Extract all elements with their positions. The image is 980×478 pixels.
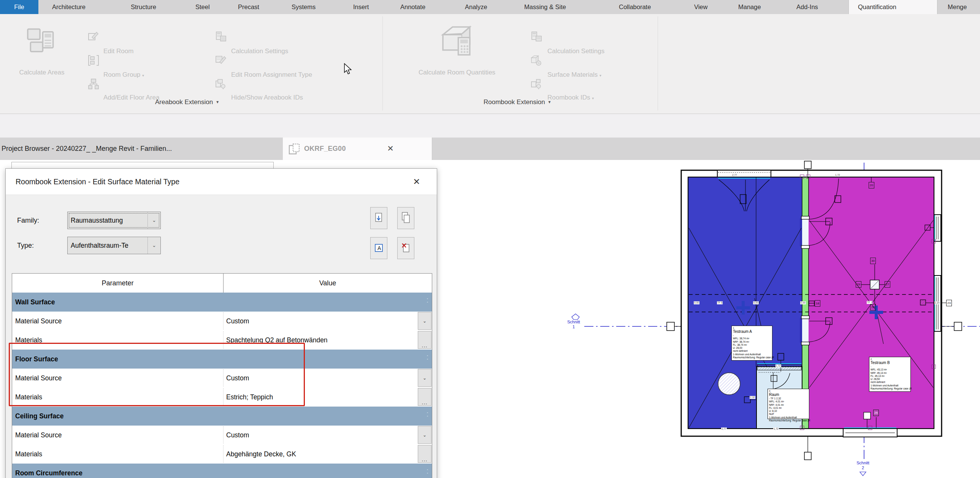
family-chevron-down-icon[interactable]: ⌄ <box>148 212 161 229</box>
dim-label: 0,00 <box>800 301 806 304</box>
roombook-ids-button[interactable]: Roombook IDs ▾ <box>547 94 594 102</box>
tab-menge[interactable]: Menge <box>948 0 967 14</box>
edit-room-assignment-type-button[interactable]: Edit Room Assignment Type <box>231 71 312 79</box>
rename-type-button[interactable]: A <box>370 237 387 259</box>
dim-label: TF 5 <box>717 301 723 304</box>
collapse-icon[interactable]: ˆˆ <box>427 412 428 419</box>
copy-type-button[interactable] <box>397 207 414 229</box>
roombook-panel-label[interactable]: Roombook Extension▼ <box>484 98 552 106</box>
tag-28[interactable]: 28 <box>870 304 876 310</box>
tag-30[interactable]: 30 <box>870 257 876 264</box>
section-label: Ceiling Surface <box>15 407 64 426</box>
tag-18[interactable]: 18 <box>815 300 820 306</box>
rename-icon: A <box>371 238 387 259</box>
tab-analyze[interactable]: Analyze <box>465 0 487 14</box>
tab-systems[interactable]: Systems <box>291 0 315 14</box>
room-group-button[interactable]: Room Group ▾ <box>103 71 144 79</box>
family-label: Family: <box>17 217 39 225</box>
duplicate-type-button[interactable] <box>370 207 387 229</box>
section-label: Wall Surface <box>15 292 55 311</box>
areabook-calculation-settings-button[interactable]: Calculation Settings <box>231 48 288 55</box>
mouse-cursor <box>343 63 353 75</box>
room-label-testraum-b[interactable]: 2Testraum B-WFL: 45,13 m²NRF: 45,13 m²FL… <box>869 357 911 392</box>
areabook-panel-label[interactable]: Areabook Extension▼ <box>155 98 220 106</box>
roombook-calculation-settings-button[interactable]: Calculation Settings <box>547 48 605 55</box>
view-tab-okrf-eg00[interactable]: OKRF_EG00 ✕ <box>283 138 432 160</box>
tag-20[interactable]: 20 <box>869 182 874 189</box>
collapse-icon[interactable]: ˆˆ <box>427 355 428 362</box>
tab-add-ins[interactable]: Add-Ins <box>796 0 818 14</box>
tab-insert[interactable]: Insert <box>353 0 369 14</box>
collapse-icon[interactable]: ˆˆ <box>427 298 428 305</box>
tab-quantification[interactable]: Quantification <box>858 0 896 14</box>
section-row-ceiling-surface[interactable]: Ceiling Surface ˆˆ <box>12 407 432 426</box>
delete-icon <box>398 238 414 259</box>
param-cell: Material Source <box>15 311 62 330</box>
section-row-room-circumference[interactable]: Room Circumference ˆˆ <box>12 464 432 478</box>
project-browser-header[interactable]: Project Browser - 20240227_ _Menge Revit… <box>0 138 283 160</box>
tab-steel[interactable]: Steel <box>196 0 210 14</box>
add-edit-floor-area-button[interactable]: Add/Edit Floor Area <box>103 94 159 102</box>
room-group-dropdown-icon: ▾ <box>142 73 144 78</box>
value-ellipsis-button[interactable]: ... <box>418 388 431 406</box>
dim-label: 1,72 <box>773 427 779 430</box>
tab-annotate[interactable]: Annotate <box>400 0 425 14</box>
view-tab-close-icon[interactable]: ✕ <box>385 143 396 154</box>
partition-wall-green[interactable] <box>802 246 808 318</box>
value-dropdown-icon[interactable]: ⌄ <box>418 312 431 330</box>
tab-precast[interactable]: Precast <box>238 0 259 14</box>
section-label-schnitt-2[interactable]: Schnitt 2 <box>854 461 872 470</box>
value-ellipsis-button[interactable]: ... <box>418 331 431 349</box>
value-dropdown-icon[interactable]: ⌄ <box>418 369 431 387</box>
section-label-schnitt-1[interactable]: Schnitt 1 <box>565 319 582 329</box>
tab-manage[interactable]: Manage <box>738 0 761 14</box>
calculate-areas-button[interactable]: Calculate Areas <box>5 16 79 104</box>
calculate-room-quantities-button[interactable]: Calculate Room Quantities <box>388 16 525 104</box>
room-label-testraum-a[interactable]: 1Testraum A-WFL: 38,74 m²NRF: 38,74 m²FL… <box>732 326 772 360</box>
type-select[interactable]: Aufenthaltsraum-Te ⌄ <box>67 237 161 254</box>
tab-architecture[interactable]: Architecture <box>52 0 86 14</box>
door-opening <box>802 219 808 246</box>
tag-27[interactable]: 27 <box>885 281 890 287</box>
delete-type-button[interactable] <box>397 237 414 259</box>
dim-label: 1,72 <box>835 174 840 177</box>
hide-show-areabook-ids-button[interactable]: Hide/Show Areabook IDs <box>231 94 303 102</box>
dialog-close-icon[interactable]: ✕ <box>410 175 423 188</box>
tag-25[interactable]: 25 <box>873 410 879 416</box>
calculate-room-quantities-label: Calculate Room Quantities <box>388 69 525 76</box>
options-bar <box>0 114 980 138</box>
collapse-icon[interactable]: ˆˆ <box>427 469 428 476</box>
dialog-title-bar[interactable]: Roombook Extension - Edit Surface Materi… <box>6 169 437 195</box>
tab-collaborate[interactable]: Collaborate <box>619 0 651 14</box>
room-label-raum[interactable]: 4Raum- TF 1 2,32WFL: 4,01 m²NRF: 4,01 m²… <box>767 389 809 419</box>
tag-29[interactable]: 29 <box>856 281 861 287</box>
param-cell: Material Source <box>15 426 62 445</box>
family-select[interactable]: Raumausstattung ⌄ <box>67 212 161 229</box>
value-ellipsis-button[interactable]: ... <box>418 445 431 463</box>
surface-materials-button[interactable]: Surface Materials ▾ <box>547 71 601 79</box>
surface-materials-dropdown-icon: ▾ <box>600 73 601 78</box>
column-header-parameter[interactable]: Parameter <box>12 273 223 292</box>
tab-view[interactable]: View <box>694 0 708 14</box>
table-row: Materials Abgehängte Decke, GK ... <box>12 445 432 464</box>
roombook-ids-label: Roombook IDs <box>547 94 590 101</box>
type-chevron-down-icon[interactable]: ⌄ <box>148 237 161 254</box>
tab-massing-site[interactable]: Massing & Site <box>524 0 566 14</box>
edit-room-button[interactable]: Edit Room <box>103 48 134 55</box>
type-value: Aufenthaltsraum-Te <box>71 237 147 254</box>
value-cell[interactable]: Custom <box>226 426 249 445</box>
add-edit-floor-area-icon <box>88 78 100 90</box>
section-label: Room Circumference <box>15 464 83 478</box>
partition-wall-green[interactable] <box>802 177 808 219</box>
tag-23[interactable]: 23 <box>946 300 952 306</box>
value-dropdown-icon[interactable]: ⌄ <box>418 426 431 444</box>
section-row-wall-surface[interactable]: Wall Surface ˆˆ <box>12 292 432 312</box>
column-header-value[interactable]: Value <box>224 273 432 292</box>
panel-divider <box>658 16 658 111</box>
value-cell[interactable]: Abgehängte Decke, GK <box>226 445 296 464</box>
dim-label: 1,72 <box>775 364 781 367</box>
tab-structure[interactable]: Structure <box>131 0 156 14</box>
tab-file[interactable]: File <box>0 0 38 14</box>
value-cell[interactable]: Custom <box>226 311 249 330</box>
floor-plan-view-icon <box>288 143 301 156</box>
